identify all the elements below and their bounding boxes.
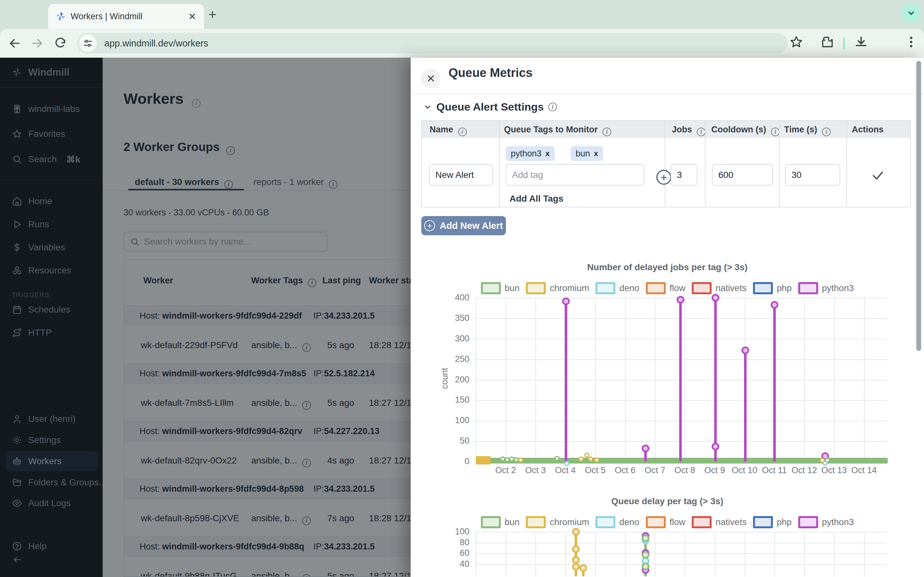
legend-label: bun <box>505 283 520 293</box>
tag-pill-bun[interactable]: bunx <box>570 146 603 161</box>
chart1-title: Number of delayed jobs per tag (> 3s) <box>443 262 892 272</box>
legend-item-chromium[interactable]: chromium <box>526 516 589 528</box>
legend-item-deno[interactable]: deno <box>596 282 639 294</box>
legend-label: flow <box>670 517 686 527</box>
legend-swatch <box>481 516 501 528</box>
new-tab-button[interactable]: + <box>208 7 216 23</box>
drawer-title: Queue Metrics <box>449 66 533 80</box>
tab-title: Workers | Windmill <box>71 11 188 21</box>
extensions-icon[interactable] <box>821 35 835 49</box>
legend-item-flow[interactable]: flow <box>646 516 686 528</box>
info-icon[interactable]: i <box>822 127 830 136</box>
windmill-favicon <box>55 11 66 22</box>
col-time: Time (s) i <box>784 125 830 136</box>
divider <box>411 93 924 94</box>
legend-swatch <box>526 516 546 528</box>
column-border <box>499 121 500 207</box>
legend-label: chromium <box>549 517 589 527</box>
tag-pill-python3[interactable]: python3x <box>506 146 555 161</box>
col-queue-tags: Queue Tags to Monitor i <box>504 125 611 136</box>
legend-item-flow[interactable]: flow <box>646 282 686 294</box>
x-tick: Oct 2 <box>495 466 516 475</box>
legend-swatch <box>753 516 773 528</box>
x-tick: Oct 10 <box>732 466 758 475</box>
legend-item-bun[interactable]: bun <box>481 516 520 528</box>
add-all-tags-link[interactable]: Add All Tags <box>509 193 564 204</box>
legend-swatch <box>753 282 773 294</box>
legend-label: chromium <box>549 283 589 293</box>
y-tick: 350 <box>444 313 469 323</box>
legend-swatch <box>646 282 666 294</box>
alert-settings-table: Name i Queue Tags to Monitor i Jobs i Co… <box>421 120 911 207</box>
chart1-legend: bunchromiumdenoflownativetsphppython3 <box>443 282 892 294</box>
x-tick: Oct 11 <box>762 466 787 475</box>
column-border <box>665 121 666 207</box>
toolbar-separator <box>843 37 845 50</box>
legend-item-python3[interactable]: python3 <box>798 516 854 528</box>
tag-label: bun <box>575 149 590 159</box>
queue-alert-settings-header[interactable]: Queue Alert Settings i <box>423 101 557 113</box>
legend-item-nativets[interactable]: nativets <box>692 516 746 528</box>
remove-tag-icon[interactable]: x <box>594 149 598 158</box>
tag-label: python3 <box>511 149 541 159</box>
legend-item-chromium[interactable]: chromium <box>526 282 589 294</box>
alert-name-input[interactable] <box>429 164 493 185</box>
browser-toolbar: app.windmill.dev/workers <box>0 29 924 58</box>
legend-label: deno <box>619 517 639 527</box>
tab-close-icon[interactable]: ✕ <box>188 11 196 22</box>
drawer-scrollbar[interactable] <box>916 61 921 351</box>
y-tick: 300 <box>444 334 469 343</box>
remove-tag-icon[interactable]: x <box>545 149 549 158</box>
forward-button[interactable] <box>29 35 45 51</box>
add-tag-button[interactable]: + <box>656 170 671 185</box>
info-icon[interactable]: i <box>771 127 780 136</box>
x-tick: Oct 6 <box>615 466 636 475</box>
info-icon[interactable]: i <box>548 103 557 111</box>
browser-tab[interactable]: Workers | Windmill ✕ <box>48 4 204 29</box>
x-tick: Oct 7 <box>645 466 666 475</box>
legend-label: deno <box>619 283 639 293</box>
legend-item-php[interactable]: php <box>753 282 792 294</box>
legend-label: python3 <box>822 283 854 293</box>
confirm-check-icon[interactable] <box>871 168 885 182</box>
site-settings-icon[interactable] <box>79 35 97 52</box>
info-icon[interactable]: i <box>603 127 611 136</box>
legend-swatch <box>692 516 712 528</box>
add-tag-input[interactable] <box>506 164 644 185</box>
y-tick: 50 <box>444 436 469 446</box>
legend-item-php[interactable]: php <box>753 516 792 528</box>
cooldown-input[interactable] <box>712 164 773 185</box>
tab-search-chevron[interactable] <box>902 5 920 22</box>
reload-button[interactable] <box>53 35 68 51</box>
info-icon[interactable]: i <box>458 127 467 136</box>
y-tick: 80 <box>444 538 469 548</box>
x-tick: Oct 5 <box>585 466 606 475</box>
col-cooldown: Cooldown (s) i <box>711 125 780 136</box>
x-tick: Oct 9 <box>704 466 725 475</box>
column-border <box>846 121 847 207</box>
section-title: Queue Alert Settings <box>436 101 544 113</box>
legend-item-nativets[interactable]: nativets <box>692 282 746 294</box>
time-input[interactable] <box>785 164 840 185</box>
x-tick: Oct 13 <box>821 466 847 475</box>
back-button[interactable] <box>7 35 23 51</box>
url-bar[interactable]: app.windmill.dev/workers <box>77 33 788 53</box>
info-icon[interactable]: i <box>697 127 706 136</box>
plus-icon: + <box>424 220 435 231</box>
close-icon[interactable]: ✕ <box>421 69 441 88</box>
legend-item-bun[interactable]: bun <box>481 282 520 294</box>
add-new-alert-button[interactable]: + Add New Alert <box>421 216 506 235</box>
downloads-icon[interactable] <box>854 35 868 49</box>
legend-swatch <box>596 516 615 528</box>
legend-item-deno[interactable]: deno <box>596 516 639 528</box>
drawer-backdrop[interactable] <box>0 58 411 577</box>
y-tick: 60 <box>444 548 469 558</box>
legend-swatch <box>692 282 712 294</box>
legend-item-python3[interactable]: python3 <box>798 282 854 294</box>
bookmark-star-icon[interactable] <box>789 35 803 49</box>
browser-menu-icon[interactable] <box>904 35 918 49</box>
jobs-input[interactable] <box>670 164 698 185</box>
x-tick: Oct 3 <box>525 466 546 475</box>
queue-metrics-drawer: ✕ Queue Metrics Queue Alert Settings i N… <box>411 58 924 577</box>
legend-label: php <box>777 517 792 527</box>
